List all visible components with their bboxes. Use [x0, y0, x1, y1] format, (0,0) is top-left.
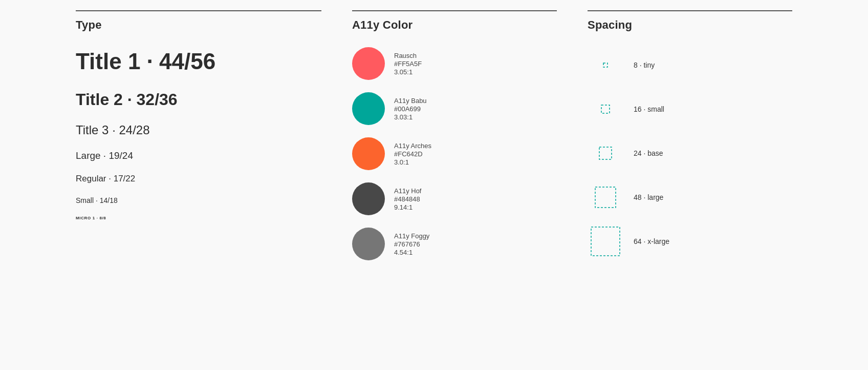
color-hex: #FC642D [394, 150, 431, 158]
color-name: Rausch [394, 52, 422, 59]
color-info: Rausch #FF5A5F 3.05:1 [394, 52, 422, 76]
type-section-header: Type [76, 10, 321, 32]
spacing-label: 24 · base [634, 149, 663, 157]
spacing-item: 16 · small [588, 91, 792, 127]
spacing-box-icon [590, 226, 621, 257]
spacing-section-header: Spacing [588, 10, 792, 32]
color-info: A11y Babu #00A699 3.03:1 [394, 97, 427, 121]
type-small: Small · 14/18 [76, 196, 321, 205]
svg-rect-2 [599, 147, 612, 159]
spacing-label: 48 · large [634, 193, 663, 201]
spacing-items-list: 8 · tiny 16 · small 24 · base 48 · large [588, 47, 792, 259]
color-items-list: Rausch #FF5A5F 3.05:1 A11y Babu #00A699 … [352, 47, 557, 260]
color-ratio: 3.03:1 [394, 113, 427, 121]
color-name: A11y Hof [394, 187, 421, 195]
type-title2: Title 2 · 32/36 [76, 90, 321, 109]
color-name: A11y Babu [394, 97, 427, 105]
color-hex: #484848 [394, 195, 421, 203]
svg-rect-3 [595, 187, 616, 208]
spacing-box-icon [598, 146, 613, 160]
color-hex: #00A699 [394, 105, 427, 113]
type-title1: Title 1 · 44/56 [76, 47, 321, 76]
spacing-box-container [588, 223, 623, 259]
spacing-box-container [588, 47, 623, 83]
type-section-title: Type [76, 18, 102, 31]
color-item: A11y Babu #00A699 3.03:1 [352, 92, 557, 125]
color-circle [352, 92, 385, 125]
spacing-item: 8 · tiny [588, 47, 792, 83]
color-ratio: 4.54:1 [394, 249, 429, 256]
color-item: A11y Hof #484848 9.14:1 [352, 182, 557, 215]
spacing-section: Spacing 8 · tiny 16 · small 24 · base [588, 10, 792, 260]
color-item: Rausch #FF5A5F 3.05:1 [352, 47, 557, 80]
color-info: A11y Arches #FC642D 3.0:1 [394, 142, 431, 166]
type-micro: MICRO 1 · 8/8 [76, 216, 321, 220]
color-name: A11y Arches [394, 142, 431, 150]
color-circle [352, 228, 385, 260]
a11y-section-header: A11y Color [352, 10, 557, 32]
color-ratio: 9.14:1 [394, 203, 421, 211]
type-title3: Title 3 · 24/28 [76, 123, 321, 137]
color-info: A11y Foggy #767676 4.54:1 [394, 232, 429, 256]
color-circle [352, 47, 385, 80]
svg-rect-1 [601, 105, 610, 113]
color-circle [352, 137, 385, 170]
type-section: Type Title 1 · 44/56 Title 2 · 32/36 Tit… [76, 10, 352, 260]
color-hex: #FF5A5F [394, 60, 422, 68]
color-name: A11y Foggy [394, 232, 429, 240]
spacing-box-container [588, 91, 623, 127]
svg-rect-0 [603, 63, 607, 67]
a11y-color-section: A11y Color Rausch #FF5A5F 3.05:1 A11y Ba… [352, 10, 588, 260]
type-regular: Regular · 17/22 [76, 173, 321, 184]
spacing-box-container [588, 179, 623, 215]
spacing-item: 48 · large [588, 179, 792, 215]
spacing-box-icon [600, 104, 611, 114]
spacing-label: 16 · small [634, 105, 664, 113]
spacing-section-title: Spacing [588, 18, 632, 31]
color-item: A11y Arches #FC642D 3.0:1 [352, 137, 557, 170]
color-info: A11y Hof #484848 9.14:1 [394, 187, 421, 211]
color-ratio: 3.0:1 [394, 158, 431, 166]
spacing-box-icon [594, 186, 617, 209]
svg-rect-4 [591, 227, 620, 256]
color-item: A11y Foggy #767676 4.54:1 [352, 228, 557, 260]
spacing-item: 64 · x-large [588, 223, 792, 259]
color-circle [352, 182, 385, 215]
a11y-section-title: A11y Color [352, 18, 413, 31]
spacing-item: 24 · base [588, 135, 792, 171]
color-hex: #767676 [394, 240, 429, 248]
page-container: Type Title 1 · 44/56 Title 2 · 32/36 Tit… [76, 0, 792, 260]
spacing-label: 8 · tiny [634, 61, 655, 69]
type-large: Large · 19/24 [76, 150, 321, 162]
spacing-box-container [588, 135, 623, 171]
spacing-box-icon [602, 62, 609, 68]
spacing-label: 64 · x-large [634, 237, 669, 245]
color-ratio: 3.05:1 [394, 68, 422, 76]
